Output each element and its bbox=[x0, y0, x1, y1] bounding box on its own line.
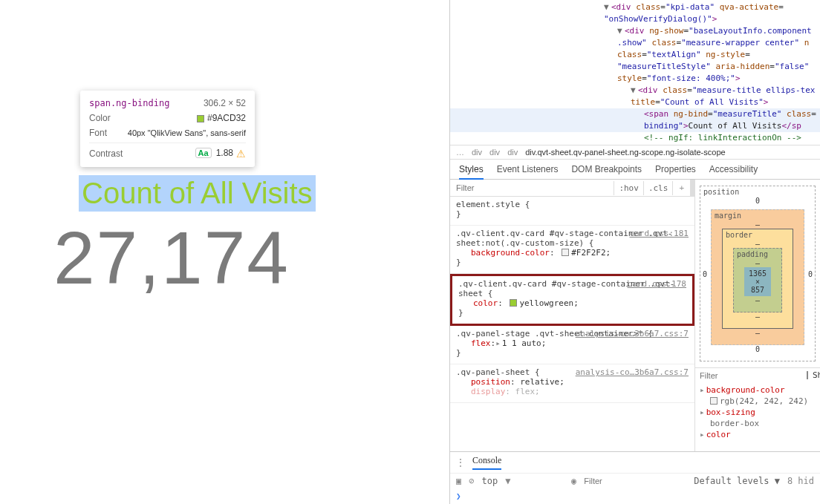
expand-icon[interactable]: ▸ bbox=[700, 408, 705, 417]
console-prompt[interactable]: ❯ bbox=[450, 488, 820, 504]
breadcrumb-item[interactable]: div bbox=[489, 148, 500, 157]
tab-event-listeners[interactable]: Event Listeners bbox=[497, 164, 559, 174]
clear-console-icon[interactable]: ⊘ bbox=[469, 476, 474, 486]
tooltip-color-value: #9ACD32 bbox=[197, 113, 246, 123]
contrast-badge: Aa bbox=[195, 148, 212, 158]
levels-selector[interactable]: Default levels ▼ bbox=[694, 476, 780, 486]
tab-dom-breakpoints[interactable]: DOM Breakpoints bbox=[571, 164, 642, 174]
source-link[interactable]: analysis-co…3b6a7.css:7 bbox=[576, 329, 689, 338]
kpi-title: Count of All Visits bbox=[82, 177, 313, 210]
drawer-menu-icon[interactable]: ⋮ bbox=[456, 457, 465, 468]
scrollbar[interactable] bbox=[690, 180, 694, 196]
styles-toolbar: :hov .cls + bbox=[450, 180, 694, 197]
console-drawer: ⋮ Console ▣ ⊘ top▼ ◉ Default levels ▼ 8 … bbox=[450, 451, 820, 504]
caret-down-icon[interactable]: ▼ bbox=[631, 85, 638, 96]
kpi-title-highlight[interactable]: Count of All Visits bbox=[79, 175, 316, 212]
source-link[interactable]: analysis-co…3b6a7.css:7 bbox=[576, 367, 689, 377]
tooltip-font-label: Font bbox=[89, 128, 107, 138]
hov-toggle[interactable]: :hov bbox=[614, 181, 643, 195]
tooltip-color-label: Color bbox=[89, 113, 111, 123]
cls-toggle[interactable]: .cls bbox=[643, 181, 673, 195]
styles-subtabs: Styles Event Listeners DOM Breakpoints P… bbox=[450, 160, 820, 180]
tooltip-dimensions: 306.2 × 52 bbox=[204, 98, 246, 108]
expand-icon[interactable]: ▸ bbox=[700, 385, 705, 395]
tab-properties[interactable]: Properties bbox=[655, 164, 696, 174]
breadcrumb-item[interactable]: div bbox=[472, 148, 482, 157]
console-filter-input[interactable] bbox=[584, 477, 686, 485]
css-rule[interactable]: element.style { } bbox=[450, 197, 694, 226]
new-rule-button[interactable]: + bbox=[672, 181, 690, 195]
show-all-checkbox[interactable] bbox=[807, 371, 808, 379]
element-tooltip: span.ng-binding 306.2 × 52 Color #9ACD32… bbox=[80, 91, 255, 167]
styles-filter-input[interactable] bbox=[450, 180, 614, 195]
computed-filter-input[interactable] bbox=[700, 371, 802, 380]
tab-styles[interactable]: Styles bbox=[459, 164, 484, 180]
context-selector[interactable]: top bbox=[481, 476, 498, 486]
tooltip-contrast-value: Aa1.88⚠ bbox=[195, 148, 246, 160]
box-model[interactable]: position 0 0 0 margin – border – padding bbox=[695, 180, 820, 367]
css-rule[interactable]: analysis-co…3b6a7.css:7 .qv-panel-stage … bbox=[450, 326, 694, 364]
caret-down-icon[interactable]: ▼ bbox=[604, 1, 611, 13]
position-label: position bbox=[703, 188, 739, 196]
source-link[interactable]: card.css:178 bbox=[628, 279, 686, 289]
css-rule-highlighted[interactable]: card.css:178 .qv-client.qv-card #qv-stag… bbox=[450, 274, 694, 326]
tab-console[interactable]: Console bbox=[472, 455, 501, 470]
css-rule[interactable]: card.css:181 .qv-client.qv-card #qv-stag… bbox=[450, 226, 694, 274]
kpi-value: 27,174 bbox=[53, 215, 290, 301]
show-all-label: Sho bbox=[813, 370, 820, 380]
css-rules-list[interactable]: element.style { } card.css:181 .qv-clien… bbox=[450, 197, 694, 451]
breadcrumb-overflow[interactable]: … bbox=[456, 148, 464, 157]
margin-label: margin bbox=[715, 212, 741, 220]
breadcrumb-item[interactable]: div bbox=[507, 148, 518, 157]
devtools-panel: ▼<div class="kpi-data" qva-activate= "on… bbox=[449, 0, 820, 504]
tooltip-contrast-label: Contrast bbox=[89, 148, 123, 159]
hidden-count: 8 hid bbox=[787, 476, 814, 486]
expand-icon[interactable]: ▸ bbox=[495, 338, 501, 348]
color-swatch-icon bbox=[710, 397, 718, 405]
warning-icon: ⚠ bbox=[236, 148, 246, 160]
live-expression-icon[interactable]: ◉ bbox=[571, 476, 576, 486]
border-label: border bbox=[726, 231, 752, 239]
breadcrumb[interactable]: … div div div div.qvt-sheet.qv-panel-she… bbox=[450, 145, 820, 160]
tooltip-selector: span.ng-binding bbox=[89, 98, 169, 108]
computed-filter-bar: Sho bbox=[695, 367, 820, 382]
tab-accessibility[interactable]: Accessibility bbox=[709, 164, 758, 174]
sidebar-toggle-icon[interactable]: ▣ bbox=[456, 476, 461, 486]
tooltip-font-value: 40px "QlikView Sans", sans-serif bbox=[128, 128, 246, 137]
caret-down-icon[interactable]: ▼ bbox=[617, 25, 625, 37]
color-swatch-icon[interactable] bbox=[562, 249, 569, 256]
expand-icon[interactable]: ▸ bbox=[700, 430, 705, 439]
color-swatch-icon bbox=[197, 115, 204, 122]
page-preview: span.ng-binding 306.2 × 52 Color #9ACD32… bbox=[0, 0, 449, 504]
content-size: 1365 × 857 bbox=[744, 267, 771, 296]
css-rule[interactable]: analysis-co…3b6a7.css:7 .qv-panel-sheet … bbox=[450, 364, 694, 403]
color-swatch-icon[interactable] bbox=[510, 299, 517, 307]
elements-tree[interactable]: ▼<div class="kpi-data" qva-activate= "on… bbox=[450, 0, 820, 145]
source-link[interactable]: card.css:181 bbox=[630, 229, 689, 238]
computed-list[interactable]: ▸background-color rgb(242, 242, 242) ▸bo… bbox=[695, 382, 820, 444]
padding-label: padding bbox=[737, 250, 768, 258]
breadcrumb-item-active[interactable]: div.qvt-sheet.qv-panel-sheet.ng-scope.ng… bbox=[525, 148, 725, 157]
